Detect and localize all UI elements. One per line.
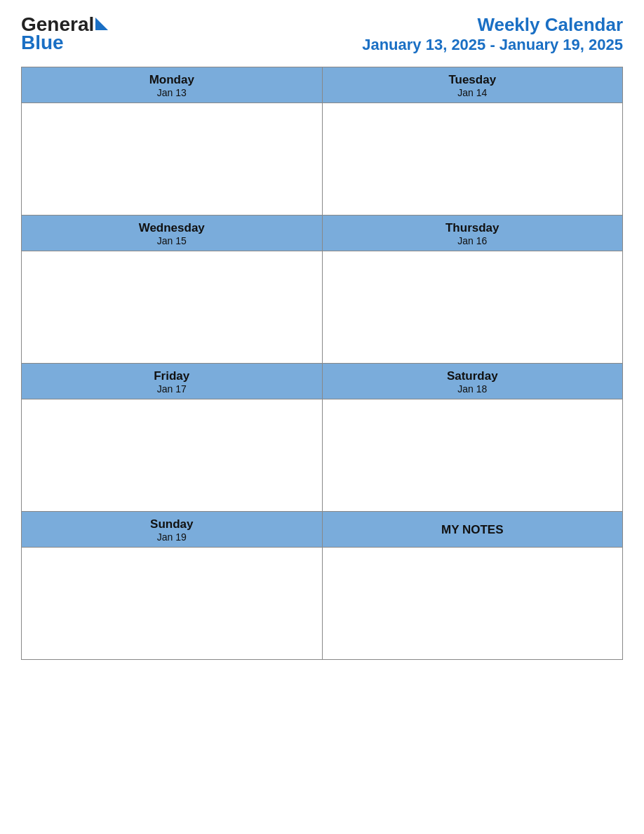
calendar-title: Weekly Calendar [362, 14, 623, 36]
friday-content[interactable] [22, 399, 323, 512]
logo-triangle-icon [95, 18, 108, 30]
monday-date: Jan 13 [25, 87, 319, 98]
tuesday-header: Tuesday Jan 14 [322, 67, 623, 103]
row-friday-saturday-content [22, 399, 623, 512]
row-wednesday-thursday-content [22, 251, 623, 364]
wednesday-header: Wednesday Jan 15 [22, 216, 323, 251]
tuesday-content[interactable] [322, 103, 623, 216]
calendar-grid: Monday Jan 13 Tuesday Jan 14 Wednesday J… [21, 67, 623, 660]
notes-label: MY NOTES [441, 523, 503, 536]
logo: General Blue [21, 15, 108, 54]
sunday-content[interactable] [22, 548, 323, 660]
row-monday-tuesday-content [22, 103, 623, 216]
row-friday-saturday-header: Friday Jan 17 Saturday Jan 18 [22, 364, 623, 399]
wednesday-content[interactable] [22, 251, 323, 364]
monday-name: Monday [25, 73, 319, 87]
monday-header: Monday Jan 13 [22, 67, 323, 103]
thursday-name: Thursday [326, 221, 620, 235]
row-sunday-notes-content [22, 548, 623, 660]
calendar-title-area: Weekly Calendar January 13, 2025 - Janua… [362, 14, 623, 54]
thursday-content[interactable] [322, 251, 623, 364]
row-sunday-notes-header: Sunday Jan 19 MY NOTES [22, 512, 623, 548]
wednesday-name: Wednesday [25, 221, 319, 235]
saturday-header: Saturday Jan 18 [322, 364, 623, 399]
saturday-content[interactable] [322, 399, 623, 512]
wednesday-date: Jan 15 [25, 235, 319, 246]
monday-content[interactable] [22, 103, 323, 216]
notes-header: MY NOTES [322, 512, 623, 548]
tuesday-date: Jan 14 [326, 87, 620, 98]
saturday-name: Saturday [326, 369, 620, 383]
row-monday-tuesday-header: Monday Jan 13 Tuesday Jan 14 [22, 67, 623, 103]
saturday-date: Jan 18 [326, 383, 620, 395]
sunday-name: Sunday [25, 517, 319, 531]
thursday-date: Jan 16 [326, 235, 620, 246]
sunday-date: Jan 19 [25, 531, 319, 543]
sunday-header: Sunday Jan 19 [22, 512, 323, 548]
friday-header: Friday Jan 17 [22, 364, 323, 399]
logo-text-blue: Blue [21, 32, 64, 54]
calendar-subtitle: January 13, 2025 - January 19, 2025 [362, 36, 623, 54]
friday-date: Jan 17 [25, 383, 319, 395]
notes-content[interactable] [322, 548, 623, 660]
friday-name: Friday [25, 369, 319, 383]
page-header: General Blue Weekly Calendar January 13,… [21, 14, 623, 54]
tuesday-name: Tuesday [326, 73, 620, 87]
thursday-header: Thursday Jan 16 [322, 216, 623, 251]
row-wednesday-thursday-header: Wednesday Jan 15 Thursday Jan 16 [22, 216, 623, 251]
